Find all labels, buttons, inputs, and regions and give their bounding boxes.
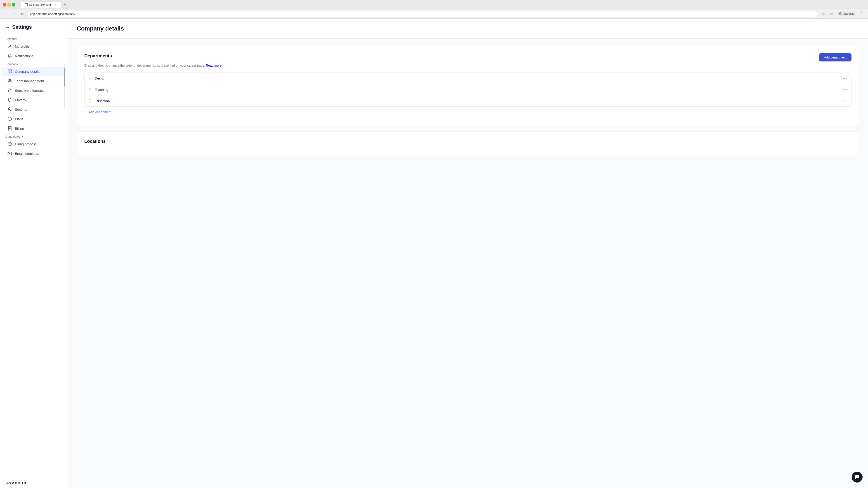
forward-nav-button[interactable]: → bbox=[11, 11, 17, 17]
add-department-link[interactable]: Add department bbox=[84, 107, 851, 118]
sidebar-item-sensitive-information[interactable]: Sensitive information bbox=[2, 86, 66, 95]
tab-close-button[interactable]: × bbox=[54, 3, 57, 6]
incognito-label: Incognito bbox=[843, 12, 855, 15]
email-templates-label: Email templates bbox=[15, 152, 39, 156]
tab-favicon bbox=[25, 3, 28, 6]
departments-header: Departments Drag and drop to change the … bbox=[84, 53, 851, 68]
sidebar-item-my-profile[interactable]: My profile bbox=[2, 41, 66, 51]
sidebar-item-privacy[interactable]: Privacy bbox=[2, 95, 66, 105]
my-profile-label: My profile bbox=[15, 44, 30, 48]
browser-titlebar: Settings · Homerun × + bbox=[0, 0, 868, 9]
department-name: Education bbox=[95, 99, 839, 103]
privacy-label: Privacy bbox=[15, 98, 26, 102]
candidates-section-label: Candidates ▾ bbox=[0, 133, 68, 139]
svg-rect-3 bbox=[10, 70, 11, 71]
company-dropdown-icon: ▾ bbox=[20, 63, 21, 65]
drag-handle[interactable] bbox=[89, 99, 91, 103]
scroll-indicator bbox=[64, 64, 65, 109]
sensitive-information-label: Sensitive information bbox=[15, 89, 46, 92]
team-icon bbox=[7, 78, 12, 84]
receipt-icon bbox=[7, 126, 12, 131]
sidebar-item-email-templates[interactable]: Email templates bbox=[2, 149, 66, 158]
svg-point-7 bbox=[10, 79, 11, 80]
incognito-indicator[interactable]: 🕵 Incognito bbox=[837, 11, 856, 16]
chat-icon bbox=[855, 475, 860, 480]
sidebar-item-company-details[interactable]: Company details bbox=[2, 67, 66, 76]
more-options-button[interactable]: ⋮ bbox=[858, 11, 865, 17]
back-arrow-icon: ← bbox=[5, 25, 10, 30]
new-tab-button[interactable]: + bbox=[62, 2, 68, 8]
bookmark-button[interactable]: ☆ bbox=[820, 11, 827, 17]
notifications-label: Notifications bbox=[15, 54, 33, 58]
svg-rect-5 bbox=[8, 72, 9, 73]
process-icon bbox=[7, 141, 12, 147]
department-name: Design bbox=[95, 76, 839, 80]
box-icon bbox=[7, 116, 12, 121]
plans-label: Plans bbox=[15, 117, 24, 121]
billing-label: Billing bbox=[15, 127, 24, 130]
personal-dropdown-icon: ▾ bbox=[18, 38, 20, 40]
person-icon bbox=[7, 44, 12, 49]
back-nav-button[interactable]: ← bbox=[3, 11, 9, 17]
lock-icon bbox=[7, 88, 12, 93]
reload-button[interactable]: ↻ bbox=[19, 11, 25, 17]
svg-rect-4 bbox=[10, 72, 11, 73]
department-menu-button[interactable] bbox=[843, 101, 847, 101]
split-view-button[interactable]: ▭ bbox=[829, 11, 835, 17]
sidebar-item-hiring-process[interactable]: Hiring process bbox=[2, 139, 66, 149]
drag-handle[interactable] bbox=[89, 88, 91, 91]
minimize-window-button[interactable] bbox=[7, 3, 11, 6]
maximize-window-button[interactable] bbox=[12, 3, 16, 6]
address-actions: ☆ ▭ 🕵 Incognito ⋮ bbox=[820, 11, 865, 17]
sidebar-item-team-management[interactable]: Team management bbox=[2, 76, 66, 86]
departments-title: Departments bbox=[84, 53, 221, 59]
sidebar-item-plans[interactable]: Plans bbox=[2, 114, 66, 124]
security-icon bbox=[7, 107, 12, 112]
page-header: Company details bbox=[68, 19, 868, 39]
sidebar-back[interactable]: ← Settings bbox=[0, 24, 68, 35]
drag-handle[interactable] bbox=[89, 76, 91, 80]
department-menu-button[interactable] bbox=[843, 78, 847, 79]
departments-description: Drag and drop to change the order of dep… bbox=[84, 63, 221, 68]
close-window-button[interactable] bbox=[3, 3, 6, 6]
window-controls bbox=[3, 3, 16, 6]
tab-label: Settings · Homerun bbox=[29, 3, 53, 6]
add-department-button-top[interactable]: Add department bbox=[819, 53, 851, 61]
scroll-thumb bbox=[64, 68, 65, 87]
svg-rect-2 bbox=[8, 70, 9, 71]
svg-point-1 bbox=[9, 45, 11, 46]
table-row: Education bbox=[85, 95, 851, 106]
active-tab[interactable]: Settings · Homerun × bbox=[21, 1, 61, 8]
read-more-link[interactable]: Read more bbox=[206, 64, 221, 67]
department-name: Teaching bbox=[95, 88, 839, 92]
table-row: Design bbox=[85, 73, 851, 84]
hiring-process-label: Hiring process bbox=[15, 142, 37, 146]
content-area: Departments Drag and drop to change the … bbox=[68, 39, 868, 169]
address-bar: ← → ↻ ☆ ▭ 🕵 Incognito ⋮ bbox=[0, 9, 868, 19]
sidebar-item-security[interactable]: Security bbox=[2, 105, 66, 114]
homerun-logo: HOMERUN bbox=[0, 478, 68, 488]
page-title: Company details bbox=[77, 25, 859, 32]
browser-chrome: Settings · Homerun × + ← → ↻ ☆ ▭ 🕵 Incog… bbox=[0, 0, 868, 19]
bell-icon bbox=[7, 53, 12, 58]
sidebar-item-billing[interactable]: Billing bbox=[2, 124, 66, 133]
company-details-label: Company details bbox=[15, 70, 40, 73]
departments-card: Departments Drag and drop to change the … bbox=[77, 46, 859, 125]
department-menu-button[interactable] bbox=[843, 89, 847, 90]
security-label: Security bbox=[15, 107, 27, 111]
company-section-label: Company ▾ bbox=[0, 61, 68, 67]
table-row: Teaching bbox=[85, 84, 851, 95]
sidebar-item-notifications[interactable]: Notifications bbox=[2, 51, 66, 61]
building-icon bbox=[7, 69, 12, 74]
team-management-label: Team management bbox=[15, 79, 44, 83]
sidebar-title: Settings bbox=[12, 24, 32, 30]
svg-rect-0 bbox=[25, 4, 27, 6]
personal-section-label: Personal ▾ bbox=[0, 35, 68, 41]
address-input[interactable] bbox=[27, 11, 818, 17]
svg-rect-8 bbox=[8, 90, 11, 92]
departments-list: Design Teaching bbox=[84, 72, 851, 107]
svg-point-9 bbox=[9, 109, 10, 109]
main-content: Company details Departments Drag and dro… bbox=[68, 19, 868, 488]
chat-button[interactable] bbox=[852, 472, 863, 483]
locations-title: Locations bbox=[84, 139, 851, 144]
